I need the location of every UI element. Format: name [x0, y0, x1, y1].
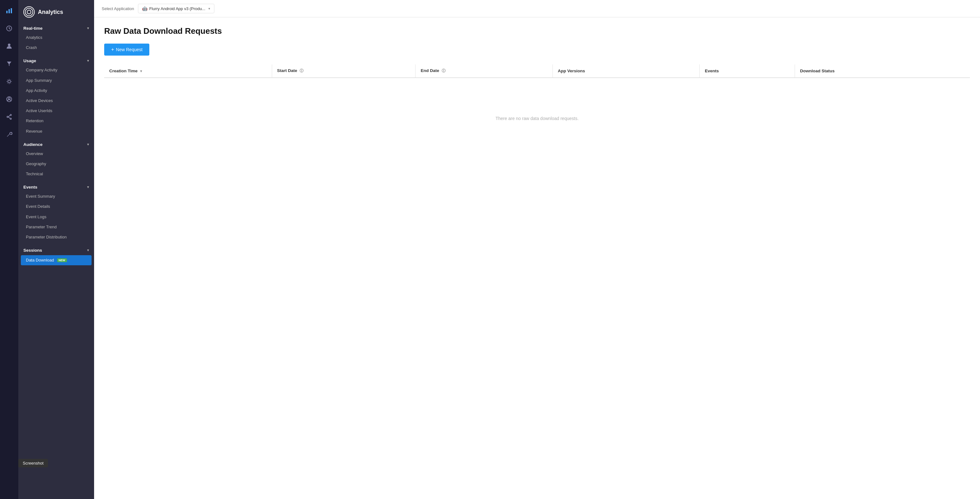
- screenshot-tooltip: Screenshot: [18, 459, 48, 467]
- sidebar-item-active-devices[interactable]: Active Devices: [18, 96, 94, 106]
- sidebar-item-parameter-trend[interactable]: Parameter Trend: [18, 222, 94, 232]
- sidebar-app-name: Analytics: [38, 9, 63, 16]
- sidebar-item-revenue[interactable]: Revenue: [18, 126, 94, 136]
- logo-icon: [23, 6, 35, 18]
- sidebar-item-app-activity[interactable]: App Activity: [18, 86, 94, 96]
- clock-icon[interactable]: [3, 23, 15, 34]
- col-app-versions: App Versions: [552, 64, 700, 78]
- sort-icon: ▾: [140, 69, 142, 73]
- sidebar-item-parameter-distribution[interactable]: Parameter Distribution: [18, 232, 94, 242]
- select-app-label: Select Application: [102, 6, 134, 11]
- sidebar-item-company-activity[interactable]: Company Activity: [18, 65, 94, 75]
- wrench-icon[interactable]: [3, 129, 15, 140]
- usage-chevron-icon: ▾: [87, 59, 89, 63]
- sidebar-item-active-userids[interactable]: Active UserIds: [18, 106, 94, 116]
- sidebar-section-events: Events ▾ Event Summary Event Details Eve…: [18, 182, 94, 245]
- circle-user-icon[interactable]: [3, 94, 15, 105]
- col-download-status: Download Status: [795, 64, 970, 78]
- svg-line-11: [10, 83, 11, 83]
- sidebar-item-event-summary[interactable]: Event Summary: [18, 191, 94, 201]
- svg-point-16: [10, 114, 11, 116]
- app-selector-chevron-icon: ▾: [208, 6, 210, 11]
- sidebar-item-data-download[interactable]: Data Download NEW: [21, 255, 92, 265]
- sidebar-item-crash[interactable]: Crash: [18, 43, 94, 53]
- col-start-date: Start Date ⓘ: [272, 64, 415, 78]
- funnel-icon[interactable]: [3, 58, 15, 70]
- bar-chart-icon[interactable]: [3, 5, 15, 16]
- svg-point-18: [7, 116, 8, 118]
- svg-line-19: [8, 115, 10, 117]
- col-creation-time[interactable]: Creation Time ▾: [104, 64, 272, 78]
- data-table: Creation Time ▾ Start Date ⓘ End Date ⓘ …: [104, 64, 970, 159]
- sidebar-section-audience: Audience ▾ Overview Geography Technical: [18, 139, 94, 182]
- sidebar-section-sessions-header[interactable]: Sessions ▾: [18, 245, 94, 255]
- plus-icon: +: [111, 47, 114, 53]
- svg-line-20: [8, 117, 10, 118]
- sidebar-section-audience-header[interactable]: Audience ▾: [18, 139, 94, 149]
- sidebar-item-geography[interactable]: Geography: [18, 159, 94, 169]
- svg-rect-0: [6, 11, 8, 13]
- new-request-button[interactable]: + New Request: [104, 44, 150, 56]
- svg-rect-2: [11, 8, 12, 13]
- svg-point-4: [8, 44, 10, 46]
- sidebar-item-overview[interactable]: Overview: [18, 149, 94, 159]
- sidebar-item-retention[interactable]: Retention: [18, 116, 94, 126]
- sidebar: Analytics Real-time ▾ Analytics Crash Us…: [18, 0, 94, 499]
- sidebar-logo: Analytics: [18, 0, 94, 23]
- audience-chevron-icon: ▾: [87, 142, 89, 147]
- sidebar-section-usage: Usage ▾ Company Activity App Summary App…: [18, 55, 94, 139]
- svg-rect-1: [8, 9, 10, 13]
- col-end-date: End Date ⓘ: [415, 64, 552, 78]
- table-header: Creation Time ▾ Start Date ⓘ End Date ⓘ …: [104, 64, 970, 78]
- app-name: Flurry Android App v3 (Produ...: [150, 6, 205, 11]
- page-area: Raw Data Download Requests + New Request…: [94, 18, 980, 499]
- share-icon[interactable]: [3, 111, 15, 123]
- sidebar-section-realtime: Real-time ▾ Analytics Crash: [18, 23, 94, 55]
- sidebar-item-analytics[interactable]: Analytics: [18, 32, 94, 43]
- sidebar-section-realtime-header[interactable]: Real-time ▾: [18, 23, 94, 32]
- icon-rail: [0, 0, 18, 499]
- sessions-chevron-icon: ▾: [87, 248, 89, 252]
- svg-point-17: [10, 118, 11, 120]
- svg-line-10: [8, 80, 8, 80]
- svg-line-13: [8, 83, 8, 83]
- info-icon-end: ⓘ: [442, 69, 445, 73]
- sidebar-section-events-header[interactable]: Events ▾: [18, 182, 94, 191]
- person-icon[interactable]: [3, 40, 15, 52]
- svg-point-15: [8, 97, 10, 99]
- top-bar: Select Application 🤖 Flurry Android App …: [94, 0, 980, 18]
- main-content: Select Application 🤖 Flurry Android App …: [94, 0, 980, 499]
- sidebar-item-technical[interactable]: Technical: [18, 169, 94, 179]
- new-request-label: New Request: [116, 47, 142, 52]
- sun-icon[interactable]: [3, 76, 15, 87]
- android-icon: 🤖: [142, 6, 148, 11]
- realtime-chevron-icon: ▾: [87, 26, 89, 30]
- table-body: There are no raw data download requests.: [104, 78, 970, 159]
- new-badge: NEW: [57, 258, 67, 262]
- page-title: Raw Data Download Requests: [104, 26, 970, 36]
- events-chevron-icon: ▾: [87, 185, 89, 189]
- svg-point-5: [8, 80, 10, 83]
- empty-state-message: There are no raw data download requests.: [104, 78, 970, 159]
- sidebar-item-event-details[interactable]: Event Details: [18, 201, 94, 212]
- info-icon-start: ⓘ: [300, 69, 304, 73]
- app-selector[interactable]: 🤖 Flurry Android App v3 (Produ... ▾: [138, 4, 215, 13]
- col-events: Events: [700, 64, 795, 78]
- sidebar-section-usage-header[interactable]: Usage ▾: [18, 55, 94, 65]
- sidebar-item-event-logs[interactable]: Event Logs: [18, 212, 94, 222]
- sidebar-section-sessions: Sessions ▾ Data Download NEW: [18, 245, 94, 268]
- sidebar-item-app-summary[interactable]: App Summary: [18, 75, 94, 86]
- svg-line-12: [10, 80, 11, 80]
